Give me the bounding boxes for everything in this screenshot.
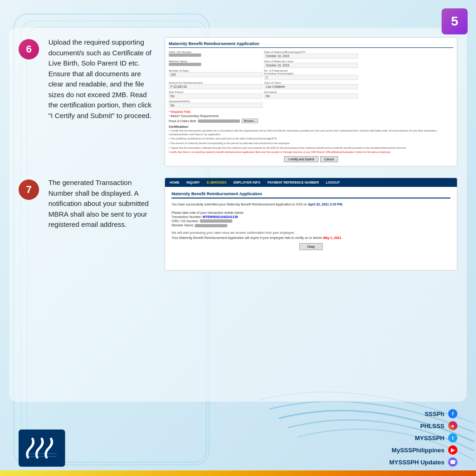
nav-employer[interactable]: EMPLOYER INFO (233, 181, 260, 184)
social-youtube-label: MySSSPhilippines (392, 447, 444, 454)
viber-icon: ☎ (448, 457, 457, 467)
inner-card: 6 Upload the required supporting documen… (9, 28, 467, 402)
form-title-6: Maternity Benefit Reimbursement Applicat… (169, 41, 453, 48)
expiry-date: May 1, 2021. (323, 236, 342, 239)
deceased-value: No (264, 93, 358, 99)
step-6-circle: 6 (19, 39, 39, 60)
expiry-msg: Your Maternity Benefit Reimbursement App… (172, 236, 450, 239)
social-viber-label: MYSSSPH Updates (390, 459, 444, 466)
nav-inquiry[interactable]: INQUIRY (186, 181, 200, 184)
transaction-row: Transaction Number: MTEW00021042241130 (172, 215, 450, 218)
solo-value: No (169, 93, 263, 99)
step-7-circle: 7 (19, 179, 39, 200)
cert-line-3: • The amount of maternity benefit corres… (169, 142, 453, 145)
step-7-text: The generated Transaction Number shall b… (48, 178, 155, 230)
member-row: Member Name: (172, 224, 450, 227)
step-6-screenshot: Maternity Benefit Reimbursement Applicat… (165, 37, 457, 166)
nav-logout[interactable]: LOGOUT (326, 181, 340, 184)
nav-home[interactable]: HOME (170, 181, 179, 184)
social-facebook: SSSPh f (424, 409, 457, 418)
social-instagram: PHLSSS ● (420, 421, 457, 430)
submit-button[interactable]: I certify and Submit (284, 156, 318, 162)
pregnancies-value: 2 (264, 75, 358, 80)
type-claim-value: Live Childbirth (264, 84, 358, 89)
footer-social: SSSPh f PHLSSS ● MYSSSPH t MySSSPhilippi… (390, 409, 457, 467)
attach-label: * Attach* Documentary Requirements (169, 114, 219, 118)
success-message: You have successfully submitted your Mat… (172, 202, 450, 207)
browse-button[interactable]: Browse... (242, 119, 258, 123)
proof-label: Proof of Child's Birth (169, 119, 196, 123)
cert-line-2: • The qualifying contributions of member… (169, 137, 453, 141)
step-badge: 5 (442, 8, 468, 34)
success-date: April 22, 2021 2:20 PM. (308, 203, 343, 206)
date-delivery-value: October 10, 2019 (264, 53, 358, 59)
social-twitter-label: MYSSSPH (415, 435, 444, 442)
cert-line-1: • I certify that the documents uploaded … (169, 129, 453, 136)
okay-button[interactable]: Okay (299, 243, 323, 250)
gradient-bar (0, 470, 476, 476)
separated-value: No (169, 103, 263, 108)
social-youtube: MySSSPhilippines ▶ (392, 445, 457, 455)
note-label: Please take note of your transaction det… (172, 211, 450, 214)
nav-payment[interactable]: PAYMENT REFERENCE NUMBER (267, 181, 319, 184)
success-form-title: Maternity Benefit Reimbursement Applicat… (172, 192, 450, 198)
amount-value: P 32,800.00 (169, 84, 263, 89)
step-7-screenshot: HOME INQUIRY E-SERVICES EMPLOYER INFO PA… (165, 178, 457, 271)
cert-line-4: • I agree that the information collected… (169, 146, 453, 150)
required-label: * Required Field (169, 110, 453, 113)
social-instagram-label: PHLSSS (420, 423, 444, 430)
social-viber: MYSSSPH Updates ☎ (390, 457, 457, 467)
footer: SSSPh f PHLSSS ● MYSSSPH t MySSSPhilippi… (0, 392, 476, 476)
facebook-icon: f (448, 409, 457, 418)
instagram-icon: ● (448, 421, 457, 430)
sss-logo (19, 430, 65, 467)
cert-title: Certification: (169, 125, 453, 128)
days-value: 105 (169, 72, 263, 77)
start-maternity-value: October 10, 2019 (264, 63, 358, 68)
step-7-row: 7 The generated Transaction Number shall… (19, 178, 457, 271)
step-6-row: 6 Upload the required supporting documen… (19, 37, 457, 166)
twitter-icon: t (448, 433, 457, 443)
success-nav: HOME INQUIRY E-SERVICES EMPLOYER INFO PA… (165, 178, 457, 187)
step-6-text: Upload the required supporting document/… (48, 37, 155, 121)
cancel-button[interactable]: Cancel (320, 156, 338, 162)
crn-row: CRN / SS Number: (172, 219, 450, 223)
social-twitter: MYSSSPH t (415, 433, 457, 443)
processing-msg: We will start processing your claim once… (172, 231, 450, 234)
cert-warning: I certify that there is no pending mater… (169, 151, 453, 154)
success-body: Maternity Benefit Reimbursement Applicat… (165, 187, 457, 255)
social-facebook-label: SSSPh (424, 410, 444, 417)
nav-eservices[interactable]: E-SERVICES (207, 181, 226, 184)
page-wrapper: 5 6 Upload the required supporting docum… (0, 0, 476, 476)
youtube-icon: ▶ (448, 445, 457, 455)
transaction-number: MTEW00021042241130 (203, 215, 238, 218)
